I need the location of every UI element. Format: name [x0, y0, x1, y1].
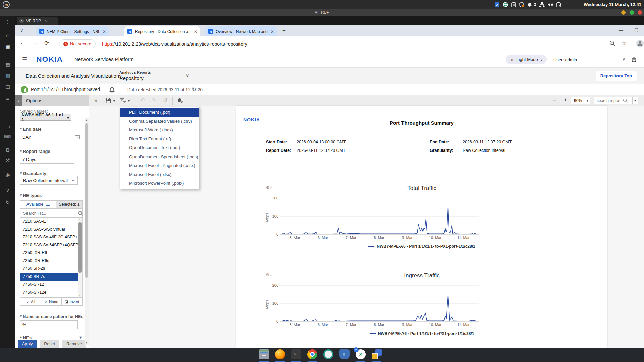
tab-search-chevron-icon[interactable]: ∨: [20, 28, 23, 33]
notifications-icon[interactable]: [527, 2, 532, 7]
reload-icon[interactable]: ⟳: [44, 40, 49, 47]
menu-item-docx[interactable]: Microsoft Word (.docx): [120, 126, 199, 135]
search-icon[interactable]: [623, 98, 628, 103]
apply-button[interactable]: Apply: [18, 340, 37, 348]
tab-selected[interactable]: Selected: 1: [56, 200, 83, 208]
ne-search-input[interactable]: [22, 210, 78, 216]
scroll-down-icon[interactable]: ▼: [79, 335, 83, 340]
rail-list-icon[interactable]: ≡: [0, 96, 15, 101]
menu-item-xlsx-paginated[interactable]: Microsoft Excel - Paginated (.xlsx): [120, 161, 199, 170]
anyconnect-vpn-icon[interactable]: [323, 349, 333, 359]
basket-icon[interactable]: [631, 56, 637, 63]
list-item[interactable]: 7750-SR12e: [20, 289, 78, 297]
saved-values-select[interactable]: NWBY-MPE-A6-1-1-c1-1∨: [20, 114, 71, 121]
save-dropdown-chevron-icon[interactable]: ▼: [113, 99, 116, 103]
list-scrollbar[interactable]: ▲ ▼: [78, 218, 82, 297]
browser-tab-repository[interactable]: N Repository - Data Collection an ✕: [124, 26, 200, 36]
search-chevron-icon[interactable]: ▼: [632, 97, 638, 104]
clipboard-edit-icon[interactable]: [556, 2, 561, 7]
invert-selection-button[interactable]: ◪Invert: [62, 297, 83, 306]
rail-settings-icon[interactable]: ⚙: [0, 147, 15, 153]
hamburger-menu-icon[interactable]: ☰: [22, 56, 27, 63]
end-date-input[interactable]: [20, 133, 71, 141]
list-item[interactable]: 7210 SAS-Sx-64SFP+4QSFP28: [20, 241, 78, 249]
tab-close-icon[interactable]: ✕: [194, 29, 197, 34]
rail-screenshot-icon[interactable]: ◉: [0, 172, 15, 178]
scroll-up-icon[interactable]: ▲: [78, 218, 82, 221]
scroll-thumb[interactable]: [85, 123, 88, 278]
list-item[interactable]: 7750 SR-2s: [20, 265, 78, 273]
window-switcher-icon[interactable]: [372, 349, 382, 359]
list-item[interactable]: 7210 SAS-Sx-46F-2C-4SFP+: [20, 233, 78, 241]
zoom-page-icon[interactable]: [609, 40, 615, 46]
panel-scrollbar[interactable]: ▲ ▼: [85, 118, 89, 345]
close-report-icon[interactable]: ✕: [94, 98, 98, 103]
rail-home-icon[interactable]: ⌂: [0, 32, 15, 39]
list-item[interactable]: 7250 IXR-R6d: [20, 257, 78, 265]
rail-screen-icon[interactable]: ▭: [0, 124, 15, 130]
zoom-out-button[interactable]: −: [553, 97, 556, 103]
bookmark-star-icon[interactable]: ☆: [621, 40, 626, 47]
redo-icon[interactable]: ↷: [152, 97, 156, 103]
revert-icon[interactable]: ↺: [163, 97, 167, 103]
list-item[interactable]: 7210 SAS-S/Sx Virtual: [20, 226, 78, 234]
clipboard-icon[interactable]: [511, 2, 516, 7]
new-tab-button[interactable]: +: [282, 27, 286, 34]
zoom-level-combo[interactable]: 90% ▼: [571, 97, 590, 104]
list-item[interactable]: 7250 IXR-R6: [20, 249, 78, 257]
system-clock[interactable]: Wednesday 11 March, 12:41: [584, 0, 641, 9]
rail-grid-icon-3[interactable]: ▤: [0, 84, 15, 90]
collapse-panel-icon[interactable]: ‹: [15, 95, 22, 106]
password-shield-icon[interactable]: ⠿: [339, 349, 350, 359]
menu-item-xlsx[interactable]: Microsoft Excel (.xlsx): [120, 170, 199, 179]
refresh-icon[interactable]: ↻: [192, 86, 196, 93]
browser-maximize-icon[interactable]: ▢: [634, 27, 638, 32]
breadcrumb[interactable]: Data Collection and Analysis Visualizati…: [26, 73, 122, 79]
remove-button[interactable]: Remove: [62, 340, 86, 348]
mint-menu-icon[interactable]: m: [3, 1, 10, 8]
menu-item-pdf[interactable]: PDF Document (.pdf): [120, 108, 199, 117]
rail-grid-icon-2[interactable]: ▨: [0, 73, 15, 79]
picker-value[interactable]: Repository: [119, 75, 144, 81]
security-chip[interactable]: ✕ Not secure: [59, 39, 96, 48]
tab-close-icon[interactable]: ✕: [103, 29, 106, 34]
calendar-button[interactable]: 30: [73, 133, 82, 141]
chrome-icon[interactable]: [307, 349, 317, 359]
rail-more-icon[interactable]: ⋮: [0, 19, 15, 25]
repository-top-button[interactable]: Repository Top: [596, 71, 637, 81]
report-range-input[interactable]: [20, 155, 74, 164]
scroll-down-icon[interactable]: ▼: [78, 294, 82, 296]
browser-minimize-icon[interactable]: —: [619, 27, 623, 33]
rail-keyboard-icon[interactable]: ⌨: [0, 134, 15, 140]
menu-item-odt[interactable]: OpenDocument Text (.odt): [120, 143, 199, 153]
close-window-button[interactable]: [638, 10, 642, 15]
export-dropdown-chevron-icon[interactable]: ▼: [127, 99, 130, 103]
menu-item-pptx[interactable]: Microsoft PowerPoint (.pptx): [120, 179, 199, 188]
back-icon[interactable]: ←: [20, 40, 26, 46]
export-icon[interactable]: [120, 98, 126, 103]
zoom-chevron-icon[interactable]: ▼: [585, 97, 590, 104]
volume-icon[interactable]: [548, 2, 553, 7]
minimize-window-button[interactable]: [621, 10, 626, 15]
firefox-icon[interactable]: [275, 349, 285, 359]
report-search-input[interactable]: [596, 98, 623, 103]
menu-item-csv[interactable]: Comma Separated Values (.csv): [120, 117, 199, 126]
search-icon[interactable]: [78, 210, 83, 216]
name-pattern-input[interactable]: [20, 320, 78, 329]
endpoint-security-icon[interactable]: [494, 2, 500, 7]
resize-handle[interactable]: —: [15, 307, 83, 312]
list-item-selected[interactable]: 7750 SR-7s: [20, 273, 78, 281]
zoom-in-button[interactable]: +: [564, 97, 567, 103]
select-all-button[interactable]: ✓All: [20, 297, 41, 306]
user-menu[interactable]: User: admin: [553, 57, 577, 62]
forward-icon[interactable]: →: [32, 40, 38, 46]
browser-tab-nfmp[interactable]: N NFM-P Client - Settings - NSP ✕: [36, 26, 109, 36]
tab-available[interactable]: Available: 11: [20, 200, 56, 208]
rail-sync-icon[interactable]: ↻: [0, 199, 15, 205]
terminal-icon[interactable]: >_: [291, 349, 301, 359]
rail-grid-icon-1[interactable]: ▦: [0, 61, 15, 67]
rail-tools-icon[interactable]: ⚒: [0, 157, 15, 163]
list-item[interactable]: 7210 SAS-E: [20, 218, 78, 226]
menu-item-rtf[interactable]: Rich Text Format (.rtf): [120, 135, 199, 144]
scroll-down-icon[interactable]: ▼: [85, 342, 89, 344]
